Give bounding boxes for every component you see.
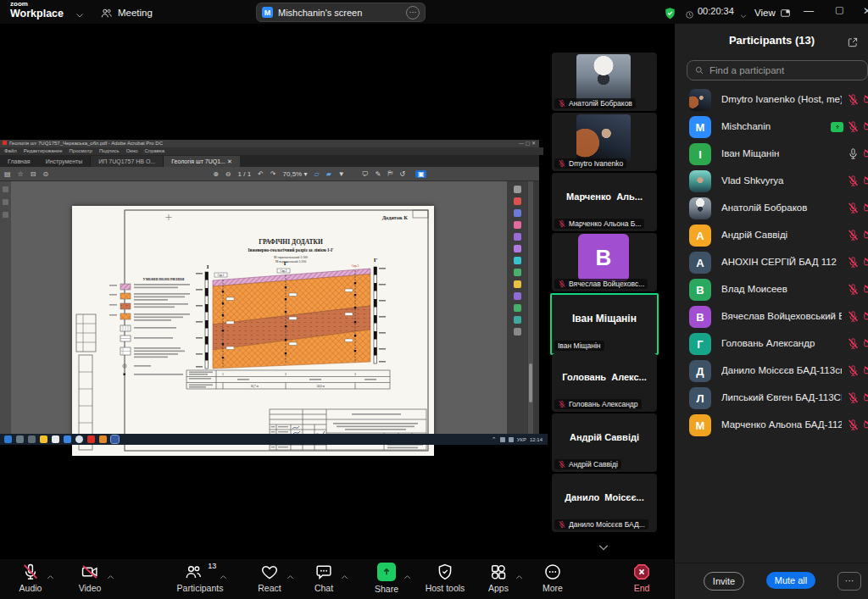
tab-document-1[interactable]: ИП 7UQ1757 НВ О...	[90, 156, 163, 167]
participant-row[interactable]: М Марченко Альона БАД-112	[675, 412, 868, 439]
maximize-button[interactable]: ▢	[835, 4, 843, 15]
rail-edit-pdf-icon[interactable]	[514, 221, 521, 229]
save-icon[interactable]: ▤	[4, 170, 11, 178]
participant-row[interactable]: В Влад Моисеев	[675, 276, 868, 303]
panel-more-button[interactable]: ···	[837, 572, 861, 591]
star-icon[interactable]: ☆	[18, 170, 24, 178]
search-input[interactable]: Find a participant	[687, 60, 868, 80]
chat-options-chevron-icon[interactable]	[340, 569, 349, 585]
rail-compress-icon[interactable]	[514, 269, 521, 276]
participant-row[interactable]: Анатолій Бобраков	[675, 195, 868, 222]
rail-create-pdf-icon[interactable]	[514, 209, 521, 217]
menu-sign[interactable]: Подпись	[99, 147, 120, 155]
video-tile[interactable]: Марченко Аль... Марченко Альона Б...	[552, 173, 657, 231]
page-view-icon[interactable]: ▱	[314, 170, 319, 178]
video-tile[interactable]: Андрій Саввіді Андрій Саввіді	[552, 413, 657, 472]
menu-help[interactable]: Справка	[145, 147, 165, 155]
rail-more-tools-icon[interactable]	[514, 328, 521, 336]
tab-document-2-active[interactable]: Геологія шт 7UQ1... ✕	[163, 156, 240, 167]
video-options-chevron-icon[interactable]	[106, 569, 115, 585]
page-down-icon[interactable]: ⊖	[225, 170, 231, 178]
participant-row[interactable]: Vlad Shkvyrya	[675, 168, 868, 195]
participant-row[interactable]: А Андрій Саввіді	[675, 222, 868, 249]
participant-row[interactable]: Dmytro Ivanenko (Host, me)	[675, 86, 868, 114]
audio-options-chevron-icon[interactable]	[46, 569, 55, 585]
menu-view[interactable]: Просмотр	[69, 147, 92, 155]
timer-chevron-icon[interactable]	[739, 8, 748, 23]
history-icon[interactable]: ↺	[399, 170, 405, 178]
bookmarks-icon[interactable]	[3, 199, 8, 205]
participant-row[interactable]: А АНОХІН СЕРГІЙ БАД 112	[675, 249, 868, 276]
host-tools-button[interactable]: Host tools	[415, 563, 475, 593]
participant-row[interactable]: M Mishchanin	[675, 114, 868, 141]
system-tray[interactable]: ⌃ УКР 12:14	[492, 436, 548, 443]
rail-accessibility-icon[interactable]	[514, 316, 521, 324]
rail-organize-pages-icon[interactable]	[514, 257, 521, 264]
more-videos-chevron-icon[interactable]	[594, 539, 613, 554]
stamp-icon[interactable]: ⛿	[387, 169, 392, 178]
chrome-icon[interactable]	[75, 435, 83, 443]
minimize-button[interactable]: —	[804, 5, 814, 17]
view-button[interactable]: View	[754, 5, 791, 20]
menu-file[interactable]: Файл	[4, 147, 17, 155]
document-app-icon[interactable]	[52, 435, 59, 443]
share-options-chevron-icon[interactable]	[403, 569, 412, 585]
rail-fill-sign-icon[interactable]	[514, 245, 521, 252]
print-icon[interactable]: ⊟	[31, 170, 36, 178]
popout-icon[interactable]	[847, 34, 859, 49]
tab-tools[interactable]: Инструменты	[38, 156, 91, 167]
redo-icon[interactable]: ↷	[270, 170, 276, 178]
thumbnails-icon[interactable]	[3, 186, 8, 192]
page-up-icon[interactable]: ⊕	[213, 170, 219, 178]
video-tile[interactable]: Dmytro Ivanenko	[552, 113, 657, 171]
rail-stamp-icon[interactable]	[514, 292, 521, 300]
end-button[interactable]: End	[612, 563, 671, 593]
video-tile[interactable]: Головань Алекс... Головань Александр	[552, 353, 657, 412]
taskbar-search-icon[interactable]	[16, 435, 24, 443]
video-tile[interactable]: В Вячеслав Войцеховс...	[552, 233, 657, 291]
participant-row[interactable]: Д Данило Моісєєв БАД-113сп	[675, 358, 868, 385]
video-tile[interactable]: Анатолій Бобраков	[552, 53, 657, 111]
browser-icon[interactable]	[64, 435, 71, 443]
tab-home[interactable]: Главная	[0, 156, 38, 167]
start-button[interactable]	[4, 435, 12, 443]
close-button[interactable]: ✕	[863, 5, 868, 17]
task-view-icon[interactable]	[28, 435, 36, 443]
filter-icon[interactable]: ▼	[338, 170, 345, 178]
rail-protect-icon[interactable]	[514, 280, 521, 288]
share-banner-more-icon[interactable]: ···	[406, 6, 420, 19]
rail-export-pdf-icon[interactable]	[514, 197, 521, 205]
menu-edit[interactable]: Редактирование	[24, 147, 63, 155]
acrobat-scrollbar[interactable]	[528, 181, 533, 434]
zoom-level[interactable]: 70,5% ▾	[283, 170, 308, 178]
participant-row[interactable]: Г Головань Александр	[675, 330, 868, 358]
undo-icon[interactable]: ↶	[258, 170, 264, 178]
page-fit-icon[interactable]: ▰	[326, 170, 331, 178]
file-explorer-icon[interactable]	[40, 435, 47, 443]
app-orange-icon[interactable]	[99, 435, 107, 443]
tab-meeting[interactable]: Meeting	[100, 5, 153, 20]
rail-comment-icon[interactable]	[514, 233, 521, 241]
adobe-reader-icon[interactable]	[87, 435, 95, 443]
video-tile[interactable]: Данило Моісєє... Данило Моісєєв БАД...	[552, 474, 657, 532]
participant-row[interactable]: І Іван Міщанін	[675, 141, 868, 168]
comment-icon[interactable]: 🗩	[362, 170, 369, 178]
invite-button[interactable]: Invite	[704, 572, 744, 591]
share-banner[interactable]: M Mishchanin's screen ···	[256, 3, 426, 22]
mute-all-button[interactable]: Mute all	[766, 572, 815, 589]
menu-window[interactable]: Окно	[126, 147, 138, 155]
pencil-icon[interactable]: ✎	[376, 170, 381, 178]
workspace-chevron-icon[interactable]	[75, 7, 85, 22]
more-button[interactable]: More	[523, 563, 582, 593]
participant-row[interactable]: В Вячеслав Войцеховський БАД-1...	[675, 303, 868, 330]
rail-search-icon[interactable]	[514, 186, 521, 193]
security-shield-icon[interactable]	[664, 5, 676, 20]
sign-in-icon[interactable]: ▣	[415, 170, 427, 178]
rail-measure-icon[interactable]	[514, 304, 521, 312]
participants-options-chevron-icon[interactable]	[219, 569, 228, 585]
attachments-icon[interactable]	[3, 212, 8, 218]
acrobat-taskbar-active-icon[interactable]	[111, 435, 119, 443]
find-icon[interactable]: ⊙	[42, 170, 48, 178]
video-tile-active-speaker[interactable]: Іван Міщанін Іван Міщанін	[550, 293, 659, 355]
participant-row[interactable]: Л Липський Євген БАД-113СП	[675, 385, 868, 412]
